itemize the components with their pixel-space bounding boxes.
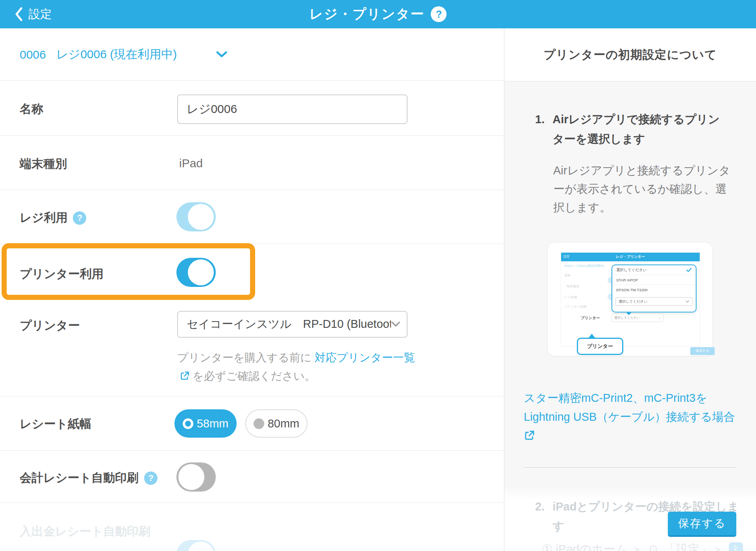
help-sidebar: プリンターの初期設定について 1. Airレジアプリで接続するプリンターを選択し… xyxy=(504,28,756,551)
mini-title: レジ・プリンター xyxy=(561,254,700,259)
page-title: レジ・プリンター xyxy=(309,5,425,23)
printer-select-value: セイコーインスツル RP-D10 (Bluetooth xyxy=(187,316,391,332)
cashio-auto-print-label: 入出金レシート自動印刷 xyxy=(20,523,150,540)
mini-popup-option: STAR mPOP xyxy=(612,275,696,285)
mini-save-button: 保存する xyxy=(690,347,715,355)
faded-text: ① iPadのホーム ＞ xyxy=(542,541,643,551)
printer-use-label: プリンター利用 xyxy=(20,266,104,282)
register-use-label: レジ利用 ? xyxy=(20,210,86,226)
printer-select[interactable]: セイコーインスツル RP-D10 (Bluetooth xyxy=(177,311,408,338)
step-1: 1. Airレジアプリで接続するプリンターを選択します xyxy=(535,109,720,149)
note-suffix: を必ずご確認ください。 xyxy=(193,370,316,382)
cashio-auto-print-row: 入出金レシート自動印刷 xyxy=(0,503,504,551)
mini-screen: 設定 レジ・プリンター 0033 レジ0033 (現在利用中) 名称 端末種別 … xyxy=(561,252,700,347)
paper-width-row: レシート紙幅 58mm 80mm xyxy=(0,396,504,451)
printer-use-toggle[interactable] xyxy=(176,258,216,287)
mini-row-label: 名称 xyxy=(564,273,571,277)
radio-selected-icon xyxy=(183,418,193,429)
chevron-down-icon: ⌄ xyxy=(658,316,661,320)
paper-width-label: レシート紙幅 xyxy=(20,416,91,432)
gear-icon: ⚙ xyxy=(648,542,659,551)
note-prefix: プリンターを購入する前に xyxy=(177,351,311,364)
device-type-label: 端末種別 xyxy=(20,156,67,172)
radio-unselected-icon xyxy=(254,418,264,429)
printer-note: プリンターを購入する前に 対応プリンター一覧 を必ずご確認ください。 xyxy=(177,348,417,386)
toggle-knob xyxy=(188,204,214,230)
step-1-heading: Airレジアプリで接続するプリンターを選択します xyxy=(552,109,720,149)
printer-use-row: プリンター利用 xyxy=(0,244,504,300)
name-input[interactable] xyxy=(177,94,408,124)
mini-popup-option-label: 選択してください xyxy=(616,268,647,273)
printer-label: プリンター xyxy=(20,318,80,334)
mini-popup-option-label: STAR mPOP xyxy=(616,278,638,282)
chevron-down-icon xyxy=(686,300,689,303)
supported-printers-link[interactable]: 対応プリンター一覧 xyxy=(315,351,415,364)
external-link-icon xyxy=(524,428,748,447)
step-1-number: 1. xyxy=(535,109,545,149)
receipt-auto-print-toggle[interactable] xyxy=(176,462,216,492)
register-use-row: レジ利用 ? xyxy=(0,190,504,244)
name-label: 名称 xyxy=(20,101,43,117)
settings-form: 0006 レジ0006 (現在利用中) 名称 端末種別 iPad レジ利用 ? xyxy=(0,28,504,551)
paper-width-80mm-option[interactable]: 80mm xyxy=(245,409,308,438)
help-icon[interactable]: ? xyxy=(431,6,447,22)
register-selector[interactable]: 0006 レジ0006 (現在利用中) xyxy=(20,28,227,81)
register-number: 0006 xyxy=(20,48,46,61)
step-1-body: Airレジアプリと接続するプリンターが表示されているか確認し、選択します。 xyxy=(553,161,730,217)
chevron-down-icon xyxy=(391,322,400,327)
mini-header: 設定 レジ・プリンター xyxy=(561,253,700,261)
toggle-knob xyxy=(188,259,214,285)
cashio-auto-print-toggle xyxy=(176,540,216,551)
mini-popup-option: EPSON TM-T220II xyxy=(612,285,696,295)
page-title-wrap: レジ・プリンター ? xyxy=(0,0,756,28)
step-2-number: 2. xyxy=(535,497,545,536)
mini-register-selector: 0033 レジ0033 (現在利用中) xyxy=(564,264,604,268)
mini-row-label: レジ利用 xyxy=(564,295,577,300)
device-type-value: iPad xyxy=(179,157,203,170)
mini-printer-row-label: プリンター xyxy=(581,316,600,321)
mini-row-label: 端末種別 xyxy=(567,284,579,288)
faded-text: 「設定」＞ xyxy=(664,541,723,551)
header-bar: 設定 レジ・プリンター ? xyxy=(0,0,756,28)
toggle-knob xyxy=(188,542,214,551)
device-type-row: 端末種別 iPad xyxy=(0,136,504,190)
mini-row-select-value: 選択してください xyxy=(614,316,640,320)
sidebar-title: プリンターの初期設定について xyxy=(504,28,756,81)
register-use-toggle[interactable] xyxy=(176,202,216,231)
receipt-auto-print-label: 会計レシート自動印刷 ? xyxy=(20,470,158,486)
lightning-usb-link-text: スター精密mC-Print2、mC-Print3をLightning USB（ケ… xyxy=(524,392,735,423)
mini-popup-option: 選択してください xyxy=(612,265,696,275)
register-name: レジ0006 (現在利用中) xyxy=(56,46,177,63)
step-2-detail-faded: ① iPadのホーム ＞ ⚙ 「設定」＞ ᛒ xyxy=(542,541,743,551)
option-80-label: 80mm xyxy=(268,417,300,430)
mini-popup-option-label: EPSON TM-T220II xyxy=(616,288,648,292)
lightning-usb-link[interactable]: スター精密mC-Print2、mC-Print3をLightning USB（ケ… xyxy=(524,388,748,447)
toggle-knob xyxy=(178,464,204,490)
register-use-label-text: レジ利用 xyxy=(20,210,67,226)
instruction-image: 設定 レジ・プリンター 0033 レジ0033 (現在利用中) 名称 端末種別 … xyxy=(547,242,713,356)
mini-row-label: プリンター利用 xyxy=(564,305,587,309)
paper-width-58mm-option[interactable]: 58mm xyxy=(174,409,237,438)
mini-printer-callout: プリンター xyxy=(577,338,623,355)
receipt-auto-print-label-text: 会計レシート自動印刷 xyxy=(20,470,139,486)
printer-row: プリンター セイコーインスツル RP-D10 (Bluetooth プリンターを… xyxy=(0,300,504,396)
chevron-down-icon xyxy=(216,51,227,58)
mini-printer-row-select: 選択してください ⌄ xyxy=(611,313,663,322)
app-root: 設定 レジ・プリンター ? 0006 レジ0006 (現在利用中) 名称 端末種… xyxy=(0,0,756,551)
receipt-auto-print-row: 会計レシート自動印刷 ? xyxy=(0,451,504,503)
mini-popup-select: 選択してください xyxy=(615,297,693,306)
checkmark-icon xyxy=(686,268,692,272)
register-selector-row: 0006 レジ0006 (現在利用中) xyxy=(0,28,504,81)
mini-printer-popup: 選択してください STAR mPOP EPSON TM-T220II 選択してく… xyxy=(611,264,697,312)
bluetooth-icon: ᛒ xyxy=(729,542,743,551)
mini-popup-select-value: 選択してください xyxy=(619,299,647,304)
save-button[interactable]: 保存する xyxy=(668,512,736,537)
external-link-icon xyxy=(180,368,190,386)
option-58-label: 58mm xyxy=(197,417,229,430)
name-row: 名称 xyxy=(0,81,504,136)
receipt-auto-print-help-icon[interactable]: ? xyxy=(144,471,158,485)
sidebar-divider xyxy=(524,467,736,468)
register-use-help-icon[interactable]: ? xyxy=(73,211,86,225)
